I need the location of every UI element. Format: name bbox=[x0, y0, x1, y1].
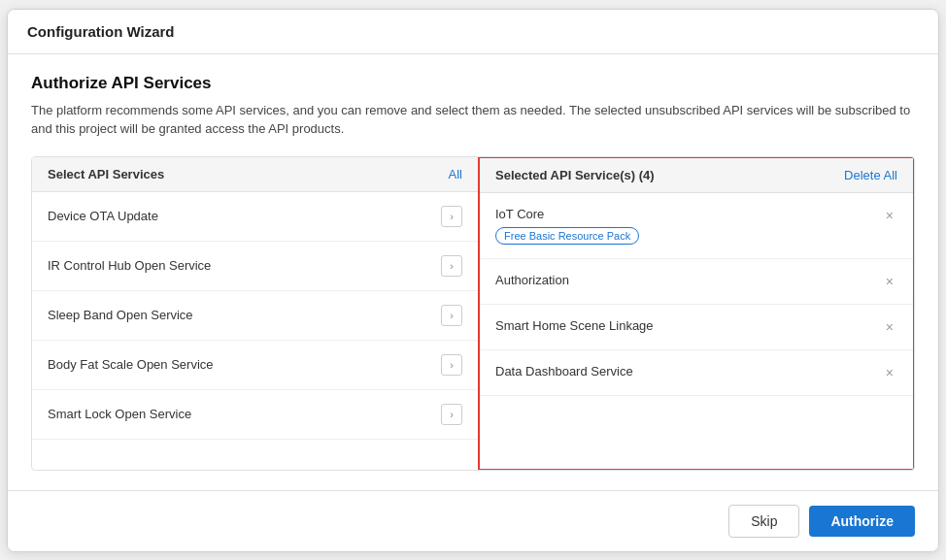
left-item-label: IR Control Hub Open Service bbox=[48, 258, 211, 273]
list-item[interactable]: Sleep Band Open Service › bbox=[32, 291, 478, 341]
list-item[interactable]: Smart Lock Open Service › bbox=[32, 390, 478, 440]
left-panel-title: Select API Services bbox=[48, 167, 164, 181]
chevron-right-icon: › bbox=[441, 404, 462, 425]
right-panel-title: Selected API Service(s) (4) bbox=[495, 168, 655, 182]
right-panel: Selected API Service(s) (4) Delete All I… bbox=[478, 156, 915, 471]
left-panel-items: Device OTA Update › IR Control Hub Open … bbox=[32, 192, 478, 470]
resource-badge: Free Basic Resource Pack bbox=[495, 227, 639, 245]
list-item[interactable]: IR Control Hub Open Service › bbox=[32, 242, 478, 291]
skip-button[interactable]: Skip bbox=[728, 505, 799, 538]
dialog-footer: Skip Authorize bbox=[8, 490, 938, 551]
authorize-button[interactable]: Authorize bbox=[809, 506, 915, 537]
list-item[interactable]: Body Fat Scale Open Service › bbox=[32, 341, 478, 390]
remove-item-button[interactable]: × bbox=[882, 364, 897, 381]
left-item-label: Body Fat Scale Open Service bbox=[48, 357, 214, 372]
right-panel-items: IoT Core Free Basic Resource Pack × Auth… bbox=[480, 193, 913, 469]
dialog-title: Configuration Wizard bbox=[8, 10, 938, 54]
chevron-right-icon: › bbox=[441, 305, 462, 326]
left-item-label: Smart Lock Open Service bbox=[48, 407, 191, 421]
chevron-right-icon: › bbox=[441, 354, 462, 376]
right-item-label: Smart Home Scene Linkage bbox=[495, 318, 654, 333]
section-description: The platform recommends some API service… bbox=[31, 101, 915, 139]
left-item-label: Device OTA Update bbox=[48, 209, 158, 223]
remove-item-button[interactable]: × bbox=[882, 318, 897, 336]
list-item: Smart Home Scene Linkage × bbox=[480, 305, 913, 350]
right-item-label: IoT Core bbox=[495, 207, 639, 221]
list-item: IoT Core Free Basic Resource Pack × bbox=[480, 193, 913, 259]
right-item-content: Authorization bbox=[495, 273, 569, 287]
right-panel-header: Selected API Service(s) (4) Delete All bbox=[480, 158, 913, 193]
left-panel-header: Select API Services All bbox=[32, 157, 478, 192]
list-item: Data Dashboard Service × bbox=[480, 350, 913, 396]
delete-all-link[interactable]: Delete All bbox=[844, 168, 897, 182]
left-item-label: Sleep Band Open Service bbox=[48, 308, 193, 322]
right-item-content: IoT Core Free Basic Resource Pack bbox=[495, 207, 639, 245]
api-panels: Select API Services All Device OTA Updat… bbox=[31, 156, 915, 471]
list-item: Authorization × bbox=[480, 259, 913, 305]
chevron-right-icon: › bbox=[441, 206, 462, 227]
list-item[interactable]: Device OTA Update › bbox=[32, 192, 478, 242]
right-item-content: Data Dashboard Service bbox=[495, 364, 633, 379]
left-panel: Select API Services All Device OTA Updat… bbox=[32, 157, 479, 470]
dialog-body: Authorize API Services The platform reco… bbox=[8, 54, 938, 490]
chevron-right-icon: › bbox=[441, 255, 462, 277]
right-item-label: Data Dashboard Service bbox=[495, 364, 633, 379]
remove-item-button[interactable]: × bbox=[882, 207, 897, 224]
right-item-content: Smart Home Scene Linkage bbox=[495, 318, 654, 333]
remove-item-button[interactable]: × bbox=[882, 273, 897, 290]
configuration-wizard-dialog: Configuration Wizard Authorize API Servi… bbox=[7, 9, 939, 552]
right-item-label: Authorization bbox=[495, 273, 569, 287]
section-title: Authorize API Services bbox=[31, 74, 915, 93]
all-filter-link[interactable]: All bbox=[449, 167, 462, 181]
